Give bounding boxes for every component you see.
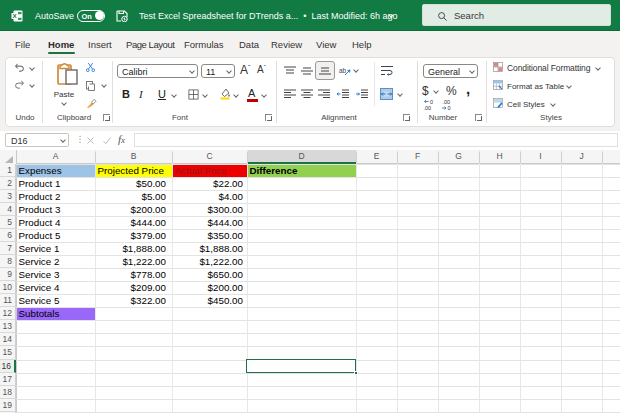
svg-text:0: 0 [430, 99, 433, 105]
svg-text:ab: ab [339, 67, 347, 74]
svg-text:.00: .00 [443, 99, 451, 105]
svg-text:0: 0 [448, 105, 451, 111]
svg-text:.00: .00 [424, 105, 432, 111]
